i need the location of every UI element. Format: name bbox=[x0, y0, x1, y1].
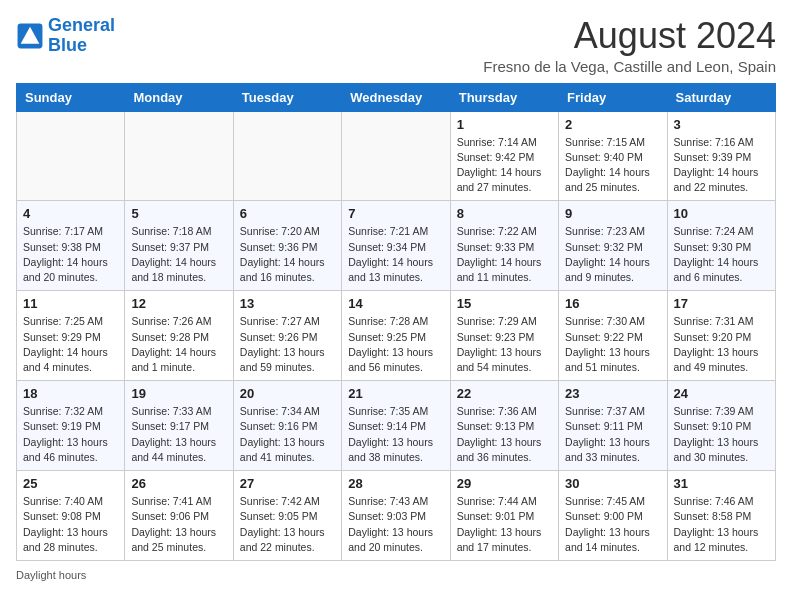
daylight-hours-label: Daylight hours bbox=[16, 569, 86, 581]
footer-note: Daylight hours bbox=[16, 569, 776, 581]
calendar-cell: 7Sunrise: 7:21 AM Sunset: 9:34 PM Daylig… bbox=[342, 201, 450, 291]
calendar-cell: 15Sunrise: 7:29 AM Sunset: 9:23 PM Dayli… bbox=[450, 291, 558, 381]
calendar-cell: 23Sunrise: 7:37 AM Sunset: 9:11 PM Dayli… bbox=[559, 381, 667, 471]
day-number: 25 bbox=[23, 476, 118, 491]
day-info: Sunrise: 7:37 AM Sunset: 9:11 PM Dayligh… bbox=[565, 404, 660, 465]
day-number: 12 bbox=[131, 296, 226, 311]
day-info: Sunrise: 7:40 AM Sunset: 9:08 PM Dayligh… bbox=[23, 494, 118, 555]
calendar-cell: 2Sunrise: 7:15 AM Sunset: 9:40 PM Daylig… bbox=[559, 111, 667, 201]
calendar-cell: 18Sunrise: 7:32 AM Sunset: 9:19 PM Dayli… bbox=[17, 381, 125, 471]
day-number: 21 bbox=[348, 386, 443, 401]
day-number: 31 bbox=[674, 476, 769, 491]
day-info: Sunrise: 7:20 AM Sunset: 9:36 PM Dayligh… bbox=[240, 224, 335, 285]
calendar-cell: 17Sunrise: 7:31 AM Sunset: 9:20 PM Dayli… bbox=[667, 291, 775, 381]
calendar-cell: 3Sunrise: 7:16 AM Sunset: 9:39 PM Daylig… bbox=[667, 111, 775, 201]
calendar-cell: 11Sunrise: 7:25 AM Sunset: 9:29 PM Dayli… bbox=[17, 291, 125, 381]
day-info: Sunrise: 7:24 AM Sunset: 9:30 PM Dayligh… bbox=[674, 224, 769, 285]
day-info: Sunrise: 7:42 AM Sunset: 9:05 PM Dayligh… bbox=[240, 494, 335, 555]
day-number: 13 bbox=[240, 296, 335, 311]
logo-line1: General bbox=[48, 15, 115, 35]
calendar-cell: 5Sunrise: 7:18 AM Sunset: 9:37 PM Daylig… bbox=[125, 201, 233, 291]
col-header-saturday: Saturday bbox=[667, 83, 775, 111]
day-info: Sunrise: 7:27 AM Sunset: 9:26 PM Dayligh… bbox=[240, 314, 335, 375]
calendar-cell: 8Sunrise: 7:22 AM Sunset: 9:33 PM Daylig… bbox=[450, 201, 558, 291]
calendar-cell: 16Sunrise: 7:30 AM Sunset: 9:22 PM Dayli… bbox=[559, 291, 667, 381]
day-number: 26 bbox=[131, 476, 226, 491]
day-info: Sunrise: 7:28 AM Sunset: 9:25 PM Dayligh… bbox=[348, 314, 443, 375]
day-number: 23 bbox=[565, 386, 660, 401]
calendar-cell: 25Sunrise: 7:40 AM Sunset: 9:08 PM Dayli… bbox=[17, 471, 125, 561]
location: Fresno de la Vega, Castille and Leon, Sp… bbox=[483, 58, 776, 75]
calendar-cell bbox=[17, 111, 125, 201]
month-year: August 2024 bbox=[483, 16, 776, 56]
day-info: Sunrise: 7:15 AM Sunset: 9:40 PM Dayligh… bbox=[565, 135, 660, 196]
day-number: 7 bbox=[348, 206, 443, 221]
day-info: Sunrise: 7:23 AM Sunset: 9:32 PM Dayligh… bbox=[565, 224, 660, 285]
logo-icon bbox=[16, 22, 44, 50]
day-info: Sunrise: 7:18 AM Sunset: 9:37 PM Dayligh… bbox=[131, 224, 226, 285]
logo-line2: Blue bbox=[48, 35, 87, 55]
day-info: Sunrise: 7:26 AM Sunset: 9:28 PM Dayligh… bbox=[131, 314, 226, 375]
day-number: 4 bbox=[23, 206, 118, 221]
calendar-cell: 14Sunrise: 7:28 AM Sunset: 9:25 PM Dayli… bbox=[342, 291, 450, 381]
day-number: 15 bbox=[457, 296, 552, 311]
day-number: 3 bbox=[674, 117, 769, 132]
calendar-cell: 24Sunrise: 7:39 AM Sunset: 9:10 PM Dayli… bbox=[667, 381, 775, 471]
calendar-cell: 6Sunrise: 7:20 AM Sunset: 9:36 PM Daylig… bbox=[233, 201, 341, 291]
logo: General Blue bbox=[16, 16, 115, 56]
calendar-cell: 27Sunrise: 7:42 AM Sunset: 9:05 PM Dayli… bbox=[233, 471, 341, 561]
col-header-tuesday: Tuesday bbox=[233, 83, 341, 111]
calendar-cell: 30Sunrise: 7:45 AM Sunset: 9:00 PM Dayli… bbox=[559, 471, 667, 561]
day-info: Sunrise: 7:34 AM Sunset: 9:16 PM Dayligh… bbox=[240, 404, 335, 465]
day-number: 17 bbox=[674, 296, 769, 311]
col-header-friday: Friday bbox=[559, 83, 667, 111]
day-number: 5 bbox=[131, 206, 226, 221]
day-info: Sunrise: 7:22 AM Sunset: 9:33 PM Dayligh… bbox=[457, 224, 552, 285]
day-info: Sunrise: 7:32 AM Sunset: 9:19 PM Dayligh… bbox=[23, 404, 118, 465]
day-number: 18 bbox=[23, 386, 118, 401]
day-number: 22 bbox=[457, 386, 552, 401]
calendar-cell: 19Sunrise: 7:33 AM Sunset: 9:17 PM Dayli… bbox=[125, 381, 233, 471]
title-block: August 2024 Fresno de la Vega, Castille … bbox=[483, 16, 776, 75]
calendar-cell: 28Sunrise: 7:43 AM Sunset: 9:03 PM Dayli… bbox=[342, 471, 450, 561]
day-number: 20 bbox=[240, 386, 335, 401]
day-number: 29 bbox=[457, 476, 552, 491]
calendar-cell: 10Sunrise: 7:24 AM Sunset: 9:30 PM Dayli… bbox=[667, 201, 775, 291]
calendar-cell: 20Sunrise: 7:34 AM Sunset: 9:16 PM Dayli… bbox=[233, 381, 341, 471]
calendar-cell: 4Sunrise: 7:17 AM Sunset: 9:38 PM Daylig… bbox=[17, 201, 125, 291]
day-number: 14 bbox=[348, 296, 443, 311]
day-number: 8 bbox=[457, 206, 552, 221]
day-info: Sunrise: 7:46 AM Sunset: 8:58 PM Dayligh… bbox=[674, 494, 769, 555]
day-number: 9 bbox=[565, 206, 660, 221]
calendar-cell bbox=[125, 111, 233, 201]
day-number: 24 bbox=[674, 386, 769, 401]
day-number: 11 bbox=[23, 296, 118, 311]
day-info: Sunrise: 7:14 AM Sunset: 9:42 PM Dayligh… bbox=[457, 135, 552, 196]
calendar-cell bbox=[342, 111, 450, 201]
day-info: Sunrise: 7:45 AM Sunset: 9:00 PM Dayligh… bbox=[565, 494, 660, 555]
day-number: 30 bbox=[565, 476, 660, 491]
calendar-table: SundayMondayTuesdayWednesdayThursdayFrid… bbox=[16, 83, 776, 561]
day-info: Sunrise: 7:17 AM Sunset: 9:38 PM Dayligh… bbox=[23, 224, 118, 285]
day-number: 10 bbox=[674, 206, 769, 221]
logo-text: General Blue bbox=[48, 16, 115, 56]
day-info: Sunrise: 7:25 AM Sunset: 9:29 PM Dayligh… bbox=[23, 314, 118, 375]
calendar-cell: 21Sunrise: 7:35 AM Sunset: 9:14 PM Dayli… bbox=[342, 381, 450, 471]
day-number: 19 bbox=[131, 386, 226, 401]
calendar-cell bbox=[233, 111, 341, 201]
day-number: 6 bbox=[240, 206, 335, 221]
calendar-cell: 22Sunrise: 7:36 AM Sunset: 9:13 PM Dayli… bbox=[450, 381, 558, 471]
col-header-thursday: Thursday bbox=[450, 83, 558, 111]
day-info: Sunrise: 7:31 AM Sunset: 9:20 PM Dayligh… bbox=[674, 314, 769, 375]
day-info: Sunrise: 7:16 AM Sunset: 9:39 PM Dayligh… bbox=[674, 135, 769, 196]
day-info: Sunrise: 7:39 AM Sunset: 9:10 PM Dayligh… bbox=[674, 404, 769, 465]
page-header: General Blue August 2024 Fresno de la Ve… bbox=[16, 16, 776, 75]
day-number: 28 bbox=[348, 476, 443, 491]
day-info: Sunrise: 7:41 AM Sunset: 9:06 PM Dayligh… bbox=[131, 494, 226, 555]
day-info: Sunrise: 7:29 AM Sunset: 9:23 PM Dayligh… bbox=[457, 314, 552, 375]
day-info: Sunrise: 7:35 AM Sunset: 9:14 PM Dayligh… bbox=[348, 404, 443, 465]
day-info: Sunrise: 7:44 AM Sunset: 9:01 PM Dayligh… bbox=[457, 494, 552, 555]
calendar-cell: 9Sunrise: 7:23 AM Sunset: 9:32 PM Daylig… bbox=[559, 201, 667, 291]
calendar-cell: 29Sunrise: 7:44 AM Sunset: 9:01 PM Dayli… bbox=[450, 471, 558, 561]
day-info: Sunrise: 7:30 AM Sunset: 9:22 PM Dayligh… bbox=[565, 314, 660, 375]
